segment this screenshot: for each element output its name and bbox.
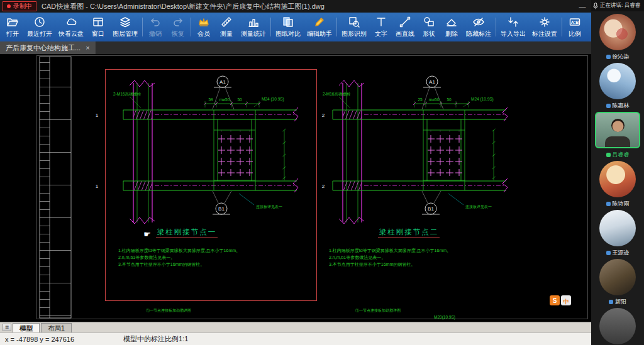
toolbar-separator: [562, 18, 562, 36]
hide-annotations-button[interactable]: 隐藏标注: [463, 13, 494, 41]
edit-assistant-button[interactable]: 编辑助手: [304, 13, 335, 41]
import-export-arrows-icon: [507, 16, 519, 28]
shape-recognition-button[interactable]: 图形识别: [338, 13, 370, 41]
speaking-label: 正在讲话: 吕睿睿: [600, 2, 640, 9]
bar-chart-icon: [247, 16, 260, 28]
mic-active-icon: [606, 153, 611, 157]
document-tab[interactable]: 产后康复中心结构施工... ×: [0, 41, 96, 54]
import-export-button[interactable]: 导入导出: [497, 13, 529, 41]
minimize-button[interactable]: —: [574, 3, 591, 10]
layer-manager-label: 图层管理: [113, 30, 138, 38]
cloud-icon: [65, 16, 77, 28]
shapes-icon: [423, 16, 435, 28]
plate-note: 连接板详见表一: [256, 204, 282, 209]
participant-avatar[interactable]: [599, 308, 636, 344]
detail2-note: 3.本节点用于柱壁厚不小于16mm的钢管柱。: [329, 262, 415, 267]
measure-stats-button[interactable]: 测量统计: [238, 13, 269, 41]
video-person-body: [605, 136, 630, 147]
grid-label: 2: [322, 183, 325, 189]
participant-avatar[interactable]: [599, 210, 636, 246]
grid-label: 1: [96, 112, 99, 118]
recent-open-button[interactable]: 最近打开: [24, 13, 55, 41]
document-tab-label: 产后康复中心结构施工...: [6, 43, 80, 53]
participant-avatar[interactable]: [599, 63, 636, 99]
undo-button[interactable]: 撤销: [144, 13, 167, 41]
footer-dim: M20(10.9S): [434, 315, 455, 320]
window-label: 窗口: [92, 30, 104, 38]
open-button[interactable]: 打开: [1, 13, 24, 41]
watermark-s: S: [553, 297, 557, 304]
participant-name: 新阳: [609, 298, 626, 305]
draw-line-button[interactable]: 画直线: [392, 13, 418, 41]
mic-status-icon: [609, 300, 613, 304]
cad-app: 录制中 CAD快速看图 - C:\Users\Administrator\Des…: [0, 0, 591, 345]
participant-avatar[interactable]: [599, 14, 636, 50]
open-folder-icon: [6, 16, 19, 28]
measure-label: 测量: [220, 30, 233, 38]
titlebar: 录制中 CAD快速看图 - C:\Users\Administrator\Des…: [0, 0, 591, 13]
redo-label: 恢复: [172, 30, 184, 38]
eraser-icon: [445, 16, 458, 28]
dim-text: 59: [208, 97, 213, 102]
dim-text: 25: [418, 97, 423, 102]
video-person-head: [611, 119, 625, 132]
layers-icon: [119, 16, 131, 28]
text-icon: [375, 16, 387, 28]
participant-name: 王源迹: [606, 249, 630, 256]
tab-close-icon[interactable]: ×: [86, 44, 89, 52]
mic-status-icon: [606, 202, 611, 206]
participant-name: 陈惠林: [606, 102, 630, 109]
shapes-button[interactable]: 形状: [418, 13, 440, 41]
status-bar: x = -47898 y = 247616 模型中的标注比例1:1: [0, 332, 591, 345]
participant-avatar[interactable]: [599, 161, 636, 197]
cad-canvas[interactable]: 59 m⌀50 50 M24 (10.9S) 2-M16高强螺栓 连接板详见表一…: [0, 54, 591, 322]
cloud-drive-button[interactable]: 快看云盘: [55, 13, 87, 41]
detail1-note: 2.n,m,b1等参数做法见表一。: [118, 255, 175, 260]
participant-name-speaking: 吕睿睿: [606, 151, 630, 158]
detail2-note: 2.n,m,b1等参数做法见表一。: [329, 255, 386, 260]
annotation-settings-button[interactable]: 标注设置: [529, 13, 560, 41]
mic-status-icon: [606, 251, 611, 255]
scale-button[interactable]: A:B 比例: [564, 13, 586, 41]
participant-video[interactable]: [595, 112, 640, 148]
ruler-icon: [220, 16, 233, 28]
footer-note-right: ①—节点连接板加劲肋详图: [355, 308, 401, 313]
compare-sheets-icon: [282, 16, 294, 28]
layout-nav-icon[interactable]: ≣: [3, 324, 11, 331]
redo-button[interactable]: 恢复: [167, 13, 189, 41]
recording-label: 录制中: [13, 2, 32, 11]
delete-button[interactable]: 删除: [440, 13, 463, 41]
participant-name: 徐沁染: [606, 53, 630, 60]
detail1-note: 1.柱内隔板厚度td等于钢梁翼缘板大翼缘厚度,且不小于16mm。: [118, 248, 240, 253]
model-tab[interactable]: 模型: [13, 323, 40, 332]
layout1-tab[interactable]: 布局1: [41, 323, 72, 332]
recording-badge: 录制中: [3, 1, 36, 11]
text-tool-button[interactable]: 文字: [370, 13, 392, 41]
toolbar-separator: [336, 18, 337, 36]
vip-member-button[interactable]: 会员: [192, 13, 215, 41]
eye-slash-icon: [472, 16, 485, 28]
footer-note-left: ①—节点连接板加劲肋详图: [146, 308, 191, 313]
toolbar-separator: [142, 18, 143, 36]
shapes-label: 形状: [423, 30, 435, 38]
document-tabbar: 产后康复中心结构施工... ×: [0, 41, 591, 54]
mic-status-icon: [606, 104, 611, 108]
bubble-b1: B1: [428, 206, 434, 212]
layer-manager-button[interactable]: 图层管理: [109, 13, 141, 41]
measure-stats-label: 测量统计: [241, 30, 266, 38]
grid-label: 2: [322, 112, 325, 118]
draw-line-label: 画直线: [396, 30, 414, 38]
drawing-compare-button[interactable]: 图纸对比: [272, 13, 304, 41]
microphone-icon: [593, 3, 598, 9]
measure-button[interactable]: 测量: [215, 13, 238, 41]
detail2-note: 1.柱内隔板厚度td等于钢梁翼缘板大翼缘厚度,且不小于16mm。: [329, 248, 451, 253]
plate-note: 连接板详见表一: [465, 204, 492, 209]
bubble-b1: B1: [218, 206, 225, 212]
bubble-a1: A1: [429, 79, 435, 85]
participant-avatar[interactable]: [599, 259, 636, 295]
detail1-note: 3.本节点用于柱壁厚不小于16mm的钢管柱。: [118, 262, 204, 267]
window-button[interactable]: 窗口: [87, 13, 109, 41]
pencil-icon: [313, 16, 326, 28]
cad-drawing[interactable]: 59 m⌀50 50 M24 (10.9S) 2-M16高强螺栓 连接板详见表一…: [0, 54, 591, 322]
weld-note: 2-M16高强螺栓: [113, 92, 142, 97]
